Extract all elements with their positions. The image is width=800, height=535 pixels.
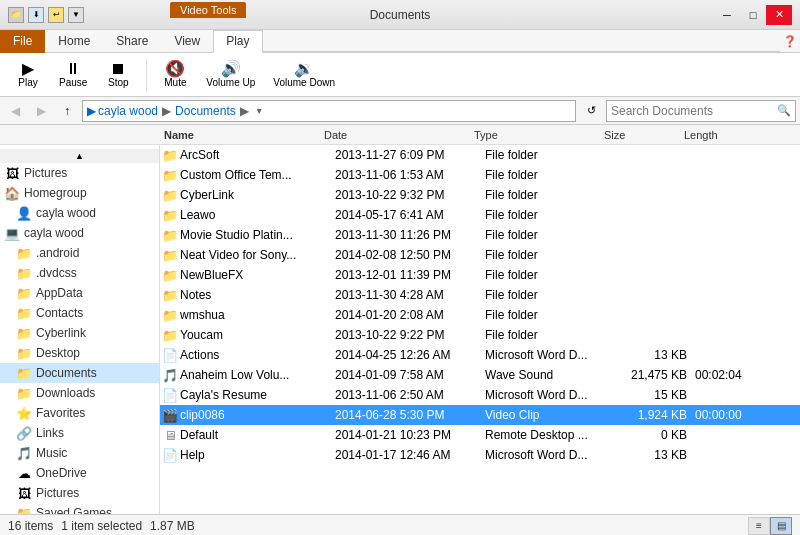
view-details-btn[interactable]: ≡ bbox=[748, 517, 770, 535]
file-row-7[interactable]: 📁Notes2013-11-30 4:28 AMFile folder bbox=[160, 285, 800, 305]
file-type-1: File folder bbox=[485, 168, 615, 182]
tab-share[interactable]: Share bbox=[103, 30, 161, 52]
ribbon: File Home Share View Play ❓ ▶ Play ⏸ Pau… bbox=[0, 30, 800, 97]
sidebar-item-5[interactable]: 📁.dvdcss bbox=[0, 263, 159, 283]
sidebar-item-14[interactable]: 🎵Music bbox=[0, 443, 159, 463]
breadcrumb-root[interactable]: ▶ bbox=[87, 104, 96, 118]
file-row-13[interactable]: 🎬clip00862014-06-28 5:30 PMVideo Clip1,9… bbox=[160, 405, 800, 425]
title-icon-2[interactable]: ⬇ bbox=[28, 7, 44, 23]
file-row-6[interactable]: 📁NewBlueFX2013-12-01 11:39 PMFile folder bbox=[160, 265, 800, 285]
file-row-4[interactable]: 📁Movie Studio Platin...2013-11-30 11:26 … bbox=[160, 225, 800, 245]
file-row-12[interactable]: 📄Cayla's Resume2013-11-06 2:50 AMMicroso… bbox=[160, 385, 800, 405]
sidebar-label-7: Contacts bbox=[36, 306, 83, 320]
file-row-5[interactable]: 📁Neat Video for Sony...2014-02-08 12:50 … bbox=[160, 245, 800, 265]
sidebar-item-0[interactable]: 🖼Pictures bbox=[0, 163, 159, 183]
ribbon-stop-btn[interactable]: ⏹ Stop bbox=[98, 57, 138, 93]
tab-home[interactable]: Home bbox=[45, 30, 103, 52]
sidebar-item-4[interactable]: 📁.android bbox=[0, 243, 159, 263]
sidebar-icon-10: 📁 bbox=[16, 366, 32, 381]
tab-view[interactable]: View bbox=[161, 30, 213, 52]
forward-button[interactable]: ▶ bbox=[30, 100, 52, 122]
file-row-10[interactable]: 📄Actions2014-04-25 12:26 AMMicrosoft Wor… bbox=[160, 345, 800, 365]
col-header-type[interactable]: Type bbox=[470, 129, 600, 141]
close-button[interactable]: ✕ bbox=[766, 5, 792, 25]
ribbon-mute-btn[interactable]: 🔇 Mute bbox=[155, 57, 195, 93]
ribbon-play-btn[interactable]: ▶ Play bbox=[8, 57, 48, 93]
file-row-8[interactable]: 📁wmshua2014-01-20 2:08 AMFile folder bbox=[160, 305, 800, 325]
file-name-4: Movie Studio Platin... bbox=[180, 228, 335, 242]
mute-label: Mute bbox=[164, 77, 186, 88]
sidebar-item-13[interactable]: 🔗Links bbox=[0, 423, 159, 443]
ribbon-pause-btn[interactable]: ⏸ Pause bbox=[52, 57, 94, 93]
address-bar: ◀ ▶ ↑ ▶ cayla wood ▶ Documents ▶ ▼ ↺ 🔍 bbox=[0, 97, 800, 125]
up-button[interactable]: ↑ bbox=[56, 100, 78, 122]
sidebar-item-3[interactable]: 💻cayla wood bbox=[0, 223, 159, 243]
sidebar-item-7[interactable]: 📁Contacts bbox=[0, 303, 159, 323]
tab-file[interactable]: File bbox=[0, 30, 45, 53]
file-row-9[interactable]: 📁Youcam2013-10-22 9:22 PMFile folder bbox=[160, 325, 800, 345]
search-input[interactable] bbox=[611, 104, 777, 118]
file-name-0: ArcSoft bbox=[180, 148, 335, 162]
file-date-7: 2013-11-30 4:28 AM bbox=[335, 288, 485, 302]
sidebar-item-17[interactable]: 📁Saved Games bbox=[0, 503, 159, 514]
sidebar-item-10[interactable]: 📁Documents bbox=[0, 363, 159, 383]
back-button[interactable]: ◀ bbox=[4, 100, 26, 122]
sidebar-scroll-up[interactable]: ▲ bbox=[0, 149, 159, 163]
sidebar-item-15[interactable]: ☁OneDrive bbox=[0, 463, 159, 483]
search-box[interactable]: 🔍 bbox=[606, 100, 796, 122]
file-date-1: 2013-11-06 1:53 AM bbox=[335, 168, 485, 182]
sidebar-item-1[interactable]: 🏠Homegroup bbox=[0, 183, 159, 203]
col-header-date[interactable]: Date bbox=[320, 129, 470, 141]
vol-down-icon: 🔉 bbox=[294, 61, 314, 77]
minimize-button[interactable]: ─ bbox=[714, 5, 740, 25]
file-row-15[interactable]: 📄Help2014-01-17 12:46 AMMicrosoft Word D… bbox=[160, 445, 800, 465]
ribbon-vol-up-btn[interactable]: 🔊 Volume Up bbox=[199, 57, 262, 93]
file-type-9: File folder bbox=[485, 328, 615, 342]
sidebar-item-16[interactable]: 🖼Pictures bbox=[0, 483, 159, 503]
pause-icon: ⏸ bbox=[65, 61, 81, 77]
help-button[interactable]: ❓ bbox=[780, 30, 800, 52]
file-row-2[interactable]: 📁CyberLink2013-10-22 9:32 PMFile folder bbox=[160, 185, 800, 205]
file-row-3[interactable]: 📁Leawo2014-05-17 6:41 AMFile folder bbox=[160, 205, 800, 225]
file-date-13: 2014-06-28 5:30 PM bbox=[335, 408, 485, 422]
sidebar: ▲ 🖼Pictures🏠Homegroup👤cayla wood💻cayla w… bbox=[0, 145, 160, 514]
ribbon-vol-down-btn[interactable]: 🔉 Volume Down bbox=[266, 57, 342, 93]
sidebar-item-11[interactable]: 📁Downloads bbox=[0, 383, 159, 403]
file-date-15: 2014-01-17 12:46 AM bbox=[335, 448, 485, 462]
file-type-2: File folder bbox=[485, 188, 615, 202]
window-title: Documents bbox=[370, 8, 431, 22]
sidebar-item-2[interactable]: 👤cayla wood bbox=[0, 203, 159, 223]
maximize-button[interactable]: □ bbox=[740, 5, 766, 25]
status-bar: 16 items 1 item selected 1.87 MB ≡ ▤ bbox=[0, 514, 800, 535]
breadcrumb-dropdown[interactable]: ▼ bbox=[255, 106, 264, 116]
breadcrumb: ▶ cayla wood ▶ Documents ▶ ▼ bbox=[82, 100, 576, 122]
breadcrumb-documents[interactable]: Documents bbox=[175, 104, 236, 118]
title-icon-3[interactable]: ↩ bbox=[48, 7, 64, 23]
file-icon-6: 📁 bbox=[160, 268, 180, 283]
file-row-0[interactable]: 📁ArcSoft2013-11-27 6:09 PMFile folder bbox=[160, 145, 800, 165]
file-date-10: 2014-04-25 12:26 AM bbox=[335, 348, 485, 362]
file-size-13: 1,924 KB bbox=[615, 408, 695, 422]
file-row-14[interactable]: 🖥Default2014-01-21 10:23 PMRemote Deskto… bbox=[160, 425, 800, 445]
file-name-12: Cayla's Resume bbox=[180, 388, 335, 402]
sidebar-label-17: Saved Games bbox=[36, 506, 112, 514]
col-header-length[interactable]: Length bbox=[680, 129, 760, 141]
file-date-4: 2013-11-30 11:26 PM bbox=[335, 228, 485, 242]
file-row-11[interactable]: 🎵Anaheim Low Volu...2014-01-09 7:58 AMWa… bbox=[160, 365, 800, 385]
breadcrumb-user[interactable]: cayla wood bbox=[98, 104, 158, 118]
title-icon-4[interactable]: ▼ bbox=[68, 7, 84, 23]
tab-play[interactable]: Play bbox=[213, 30, 262, 53]
video-tools-tab[interactable]: Video Tools bbox=[170, 2, 246, 18]
sidebar-item-9[interactable]: 📁Desktop bbox=[0, 343, 159, 363]
col-header-size[interactable]: Size bbox=[600, 129, 680, 141]
title-icon-1[interactable]: 📁 bbox=[8, 7, 24, 23]
refresh-button[interactable]: ↺ bbox=[580, 100, 602, 122]
view-list-btn[interactable]: ▤ bbox=[770, 517, 792, 535]
sidebar-item-12[interactable]: ⭐Favorites bbox=[0, 403, 159, 423]
col-header-name[interactable]: Name bbox=[160, 129, 320, 141]
sidebar-item-8[interactable]: 📁Cyberlink bbox=[0, 323, 159, 343]
file-row-1[interactable]: 📁Custom Office Tem...2013-11-06 1:53 AMF… bbox=[160, 165, 800, 185]
sidebar-label-9: Desktop bbox=[36, 346, 80, 360]
sidebar-icon-4: 📁 bbox=[16, 246, 32, 261]
sidebar-item-6[interactable]: 📁AppData bbox=[0, 283, 159, 303]
